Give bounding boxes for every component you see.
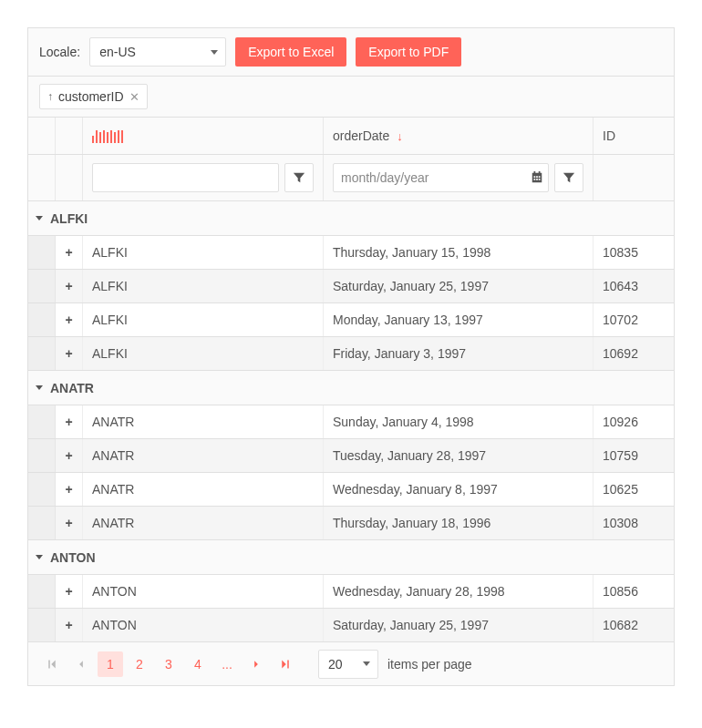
orderdate-column-header[interactable]: orderDate ↓	[324, 118, 594, 154]
export-excel-button[interactable]: Export to Excel	[235, 37, 346, 67]
table-row: +ANATRWednesday, January 8, 199710625	[28, 472, 674, 506]
expand-spacer-header	[56, 118, 83, 154]
orderdate-cell: Wednesday, January 28, 1998	[324, 575, 594, 608]
pager-page-button[interactable]: 2	[127, 651, 152, 677]
group-header[interactable]: ANTON	[28, 539, 674, 574]
group-header[interactable]: ALFKI	[28, 200, 674, 235]
export-pdf-button[interactable]: Export to PDF	[356, 37, 461, 67]
table-row: +ALFKIFriday, January 3, 199710692	[28, 336, 674, 370]
per-page-label: items per page	[387, 657, 472, 672]
pager-prev-button[interactable]	[68, 651, 94, 677]
chevron-right-icon	[252, 660, 261, 669]
pager-page-button[interactable]: 4	[185, 651, 211, 677]
filter-icon	[563, 171, 575, 184]
pager-page-button[interactable]: 1	[98, 651, 123, 677]
group-spacer-cell	[28, 303, 56, 336]
pager-last-button[interactable]	[273, 651, 298, 677]
id-header-label: ID	[603, 128, 615, 143]
expand-row-button[interactable]: +	[56, 439, 83, 472]
group-key: ALFKI	[50, 211, 88, 226]
orderdate-filter-button[interactable]	[554, 163, 583, 192]
id-cell: 10692	[594, 337, 674, 370]
group-panel: ↑ customerID ✕	[28, 76, 674, 117]
pager-ellipsis[interactable]: ...	[214, 651, 240, 677]
customer-filter-cell	[83, 155, 324, 200]
chevron-down-icon	[211, 50, 218, 55]
customer-cell: ANATR	[83, 439, 324, 472]
expand-row-button[interactable]: +	[56, 270, 83, 302]
filter-icon	[293, 171, 305, 184]
pager-page-button[interactable]: 3	[156, 651, 181, 677]
group-key: ANATR	[50, 381, 94, 395]
table-row: +ANATRThursday, January 18, 199610308	[28, 506, 674, 539]
expand-row-button[interactable]: +	[56, 473, 83, 506]
collapse-icon	[36, 216, 43, 220]
sort-asc-icon: ↑	[47, 90, 53, 103]
pager: 1234... 20 items per page	[28, 641, 674, 685]
group-spacer-cell	[28, 236, 56, 269]
customer-cell: ANTON	[83, 575, 324, 608]
table-row: +ANTONSaturday, January 25, 199710682	[28, 608, 674, 641]
orderdate-filter-input[interactable]	[333, 163, 549, 192]
table-row: +ALFKIThursday, January 15, 199810835	[28, 235, 674, 269]
customer-filter-input[interactable]	[92, 163, 279, 192]
chevron-left-icon	[77, 660, 86, 669]
group-field-label: customerID	[58, 89, 124, 104]
collapse-icon	[36, 385, 43, 390]
filter-row	[28, 154, 674, 200]
orderdate-cell: Thursday, January 18, 1996	[324, 507, 594, 539]
id-cell: 10643	[594, 270, 674, 302]
close-icon[interactable]: ✕	[129, 90, 139, 104]
filter-spacer	[28, 155, 56, 200]
table-row: +ANATRSunday, January 4, 199810926	[28, 405, 674, 438]
expand-row-button[interactable]: +	[56, 609, 83, 641]
sort-desc-icon: ↓	[397, 129, 403, 143]
group-chip[interactable]: ↑ customerID ✕	[39, 84, 148, 109]
grid-body: ALFKI+ALFKIThursday, January 15, 1998108…	[28, 200, 674, 641]
group-spacer-cell	[28, 439, 56, 472]
group-spacer-cell	[28, 507, 56, 539]
customer-cell: ANTON	[83, 609, 324, 641]
id-cell: 10926	[594, 405, 674, 438]
pager-first-button[interactable]	[39, 651, 65, 677]
id-cell: 10835	[594, 236, 674, 269]
id-cell: 10682	[594, 609, 674, 641]
seek-last-icon	[280, 659, 291, 670]
customer-cell: ANATR	[83, 405, 324, 438]
customer-column-header[interactable]	[83, 118, 324, 154]
data-grid: Locale: en-US Export to Excel Export to …	[27, 27, 675, 686]
group-spacer-header	[28, 118, 56, 154]
expand-row-button[interactable]: +	[56, 575, 83, 608]
expand-row-button[interactable]: +	[56, 337, 83, 370]
orderdate-cell: Friday, January 3, 1997	[324, 337, 594, 370]
customer-filter-button[interactable]	[284, 163, 314, 192]
table-row: +ALFKIMonday, January 13, 199710702	[28, 302, 674, 336]
expand-row-button[interactable]: +	[56, 507, 83, 539]
id-column-header[interactable]: ID	[594, 118, 674, 154]
expand-row-button[interactable]: +	[56, 405, 83, 438]
orderdate-cell: Sunday, January 4, 1998	[324, 405, 594, 438]
orderdate-cell: Saturday, January 25, 1997	[324, 270, 594, 302]
id-cell: 10759	[594, 439, 674, 472]
page-size-value: 20	[328, 657, 343, 672]
locale-value: en-US	[99, 45, 136, 59]
id-cell: 10625	[594, 473, 674, 506]
group-spacer-cell	[28, 473, 56, 506]
locale-dropdown[interactable]: en-US	[89, 37, 226, 67]
customer-cell: ALFKI	[83, 337, 324, 370]
group-key: ANTON	[50, 550, 96, 565]
group-spacer-cell	[28, 405, 56, 438]
pager-next-button[interactable]	[243, 651, 269, 677]
page-size-dropdown[interactable]: 20	[318, 650, 378, 679]
expand-row-button[interactable]: +	[56, 236, 83, 269]
id-cell: 10856	[594, 575, 674, 608]
orderdate-filter-cell	[324, 155, 594, 200]
filter-spacer	[56, 155, 83, 200]
table-row: +ANATRTuesday, January 28, 199710759	[28, 438, 674, 472]
pager-numbers: 1234...	[98, 651, 240, 677]
sparkline-icon	[92, 128, 123, 143]
expand-row-button[interactable]: +	[56, 303, 83, 336]
chevron-down-icon	[363, 661, 370, 666]
group-header[interactable]: ANATR	[28, 370, 674, 405]
table-row: +ALFKISaturday, January 25, 199710643	[28, 269, 674, 302]
